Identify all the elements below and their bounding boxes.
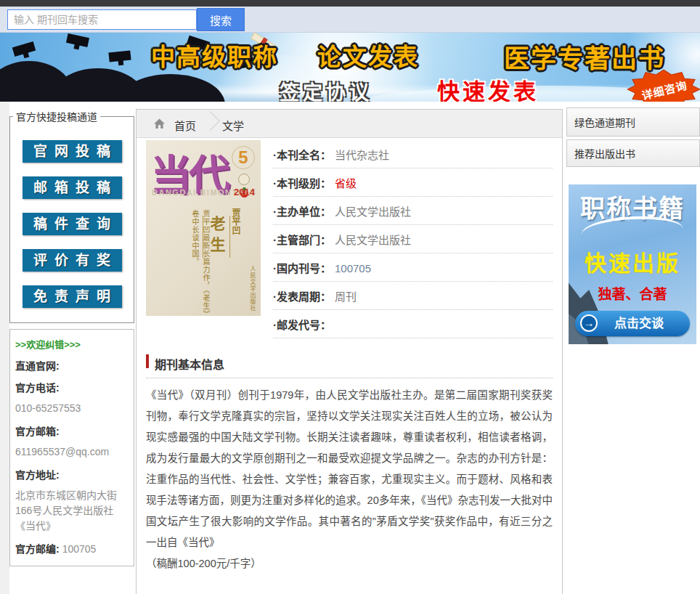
chat-now-button[interactable]: → 点击交谈 [575,311,690,336]
search-button[interactable]: 搜索 [197,8,245,31]
breadcrumb: 首页 文学 [137,110,562,138]
field-row-frequency: ·发表周期：周刊 [273,282,553,310]
field-row-full-name: ·本刊全名：当代杂志社 [273,140,553,168]
promo-banner[interactable]: 中高级职称 论文发表 医学专著出书 签定协议 快速发表 详细咨询 [0,33,700,102]
phone-label: 官方电话: [15,380,129,394]
field-row-sponsor: ·主办单位：人民文学出版社 [273,197,553,225]
zip-label-text: 官方邮编: [15,543,60,555]
main-content: 首页 文学 当代 5 DANGDAI BIMONTHLY 2014 贾平凹 老生… [136,109,563,594]
cover-tagline: 贾平凹最新长篇力作，《老生》卷中长谈中国。 [190,210,211,316]
search-bar: 搜索 [0,7,700,33]
section-title: 期刊基本信息 [155,359,224,371]
graduation-cap-icon [108,50,131,62]
banner-title-lunwen: 论文发表 [317,38,419,73]
disclaimer-button[interactable]: 免责声明 [23,285,122,308]
zip-label: 官方邮编:100705 [15,541,129,556]
arrow-right-icon: → [580,314,598,332]
field-value: 周刊 [335,290,357,303]
field-row-cn-number: ·国内刊号：100705 [273,253,553,282]
review-reward-button[interactable]: 评价有奖 [23,249,122,272]
field-row-postal-code: ·邮发代号： [273,310,553,338]
publishing-ad-banner[interactable]: 职称书籍 快速出版 独著、合著 → 点击交谈 [569,184,696,344]
contact-panel: >>欢迎纠错>>> 直通官网: 官方电话: 010-65257553 官方邮箱:… [9,329,134,566]
field-label: ·主管部门： [273,234,331,246]
phone-value: 010-65257553 [15,401,129,416]
field-value-level: 省级 [335,177,357,190]
chevron-right-icon [200,111,220,131]
consult-badge[interactable]: 详细咨询 [626,69,700,102]
error-report-link[interactable]: >>欢迎纠错>>> [15,337,129,351]
quick-submit-panel: 官方快捷投稿通道 官网投稿 邮箱投稿 稿件查询 评价有奖 免责声明 [9,109,134,323]
banner-sub-fast-publish: 快速发表 [437,73,539,102]
field-value: 100705 [335,262,371,274]
field-value: 人民文学出版社 [335,234,411,246]
left-sidebar: 官方快捷投稿通道 官网投稿 邮箱投稿 稿件查询 评价有奖 免责声明 >>欢迎纠错… [9,109,134,566]
journal-cover-image[interactable]: 当代 5 DANGDAI BIMONTHLY 2014 贾平凹 老生 贾平凹最新… [146,140,261,316]
journal-description: 《当代》（双月刊）创刊于1979年，由人民文学出版社主办。是第二届国家期刊奖获奖… [146,385,553,553]
ad-tags: 独著、合著 [569,283,696,303]
field-label: ·发表周期： [273,290,331,303]
cover-year: 2014 [234,187,255,198]
zip-value: 100705 [62,543,97,555]
section-header-basic-info: 期刊基本信息 [146,354,553,378]
official-site-submit-button[interactable]: 官网投稿 [23,140,122,163]
email-value: 611965537@qq.com [15,444,129,460]
manuscript-query-button[interactable]: 稿件查询 [23,213,122,235]
field-label: ·国内刊号： [273,262,331,274]
cover-issue-number: 5 [232,146,255,169]
email-submit-button[interactable]: 邮箱投稿 [23,176,122,199]
top-dark-bar [0,0,700,7]
cover-publisher: 人民文学出版社 [248,266,256,312]
graduation-cap-icon [66,33,89,47]
red-bar [146,354,149,368]
right-sidebar: 绿色通道期刊 推荐出版出书 职称书籍 快速出版 独著、合著 → 点击交谈 [566,107,700,344]
journal-detail: 当代 5 DANGDAI BIMONTHLY 2014 贾平凹 老生 贾平凹最新… [137,138,562,594]
email-label: 官方邮箱: [15,423,129,438]
search-input[interactable] [7,9,197,30]
field-row-supervisor: ·主管部门：人民文学出版社 [273,225,553,253]
recommended-publishing-header[interactable]: 推荐出版出书 [566,139,700,167]
cover-author: 贾平凹 [229,208,242,235]
address-value: 北京市东城区朝内大街166号人民文学出版社《当代》 [15,488,129,534]
breadcrumb-current: 文学 [222,118,244,133]
field-row-level: ·本刊级别：省级 [273,168,553,197]
banner-sub-agreement: 签定协议 [280,77,373,102]
field-value: 当代杂志社 [335,149,389,161]
breadcrumb-home-link[interactable]: 首页 [174,118,196,133]
home-icon[interactable] [153,118,166,130]
cover-seal-icon [238,174,250,185]
green-channel-header[interactable]: 绿色通道期刊 [566,107,700,137]
field-label: ·主办单位： [273,206,331,218]
official-site-label: 直通官网: [15,358,129,373]
field-label: ·本刊级别： [273,177,331,190]
address-label: 官方地址: [15,467,129,481]
field-label: ·邮发代号： [273,319,331,331]
quick-submit-legend: 官方快捷投稿通道 [13,109,100,123]
journal-fields: ·本刊全名：当代杂志社 ·本刊级别：省级 ·主办单位：人民文学出版社 ·主管部门… [273,140,553,338]
field-label: ·本刊全名： [273,149,331,161]
banner-title-zhicheng: 中高级职称 [151,38,278,73]
field-value: 人民文学出版社 [335,206,411,218]
ad-subtitle: 快速出版 [569,245,696,277]
payment-note: （稿酬100-200元/千字） [146,553,553,574]
graduation-cap-icon [12,41,36,57]
chat-now-label: 点击交谈 [614,317,664,330]
page-left-margin [0,102,9,594]
